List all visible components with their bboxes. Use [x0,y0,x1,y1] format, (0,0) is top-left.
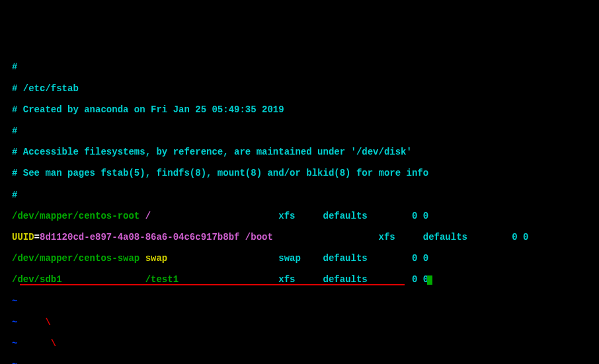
fstab-entry-boot: UUID=8d1120cd-e897-4a08-86a6-04c6c917b8b… [12,232,587,242]
fstab-comment: # Accessible filesystems, by reference, … [12,147,587,157]
cursor [427,275,432,285]
fstab-comment: # /etc/fstab [12,83,587,94]
annotation-line: ~ \ [12,317,587,328]
empty-line-tilde: ~ [12,296,587,307]
fstab-entry-root: /dev/mapper/centos-root / xfs defaults 0… [12,211,587,221]
fstab-comment: # [12,190,587,200]
fstab-entry-sdb1: /dev/sdb1 /test1 xfs defaults 0 0 [12,274,587,285]
annotation-line: ~ \ [12,338,587,349]
fstab-comment: # [12,126,587,136]
terminal-editor[interactable]: # # /etc/fstab # Created by anaconda on … [5,48,594,364]
empty-line-tilde: ~ [12,359,587,364]
fstab-comment: # Created by anaconda on Fri Jan 25 05:4… [12,104,587,115]
fstab-comment: # See man pages fstab(5), findfs(8), mou… [12,168,587,178]
fstab-entry-swap: /dev/mapper/centos-swap swap swap defaul… [12,253,587,264]
fstab-comment: # [12,61,587,72]
